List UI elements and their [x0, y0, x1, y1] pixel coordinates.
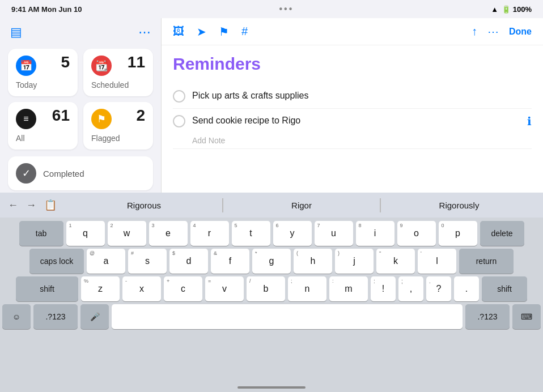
key-q[interactable]: 1 q [66, 221, 105, 246]
paste-button[interactable]: 📋 [42, 197, 59, 214]
add-note-text[interactable]: Add Note [173, 134, 532, 148]
key-row-bottom: ☺ .?123 🎤 .?123 ⌨ [2, 304, 541, 329]
key-i[interactable]: 8 i [356, 221, 394, 246]
completed-icon: ✓ [16, 163, 36, 184]
delete-key[interactable]: delete [480, 221, 524, 246]
key-row-2: caps lock @ a # s $ d & f * g [2, 249, 541, 274]
caps-lock-key[interactable]: caps lock [29, 249, 84, 274]
reminder-checkbox-1[interactable] [173, 90, 185, 103]
key-l[interactable]: ' l [418, 249, 456, 274]
suggestion-2[interactable]: Rigor [223, 198, 380, 212]
smart-list-completed[interactable]: ✓ Completed [8, 156, 153, 190]
status-time: 9:41 AM Mon Jun 10 [11, 5, 82, 14]
home-indicator [237, 386, 306, 389]
key-period[interactable]: . [454, 276, 479, 301]
reminder-image-icon[interactable]: 🖼 [173, 25, 184, 38]
shift-right-key[interactable]: shift [482, 276, 527, 301]
key-d[interactable]: $ d [169, 249, 208, 274]
keyboard-hide-key[interactable]: ⌨ [512, 304, 541, 329]
smart-list-scheduled[interactable]: 📆 11 Scheduled [83, 49, 153, 96]
key-b[interactable]: / b [247, 276, 285, 301]
sidebar-toggle-icon[interactable]: ▤ [10, 25, 22, 40]
redo-button[interactable]: → [24, 197, 39, 214]
flagged-label: Flagged [91, 134, 145, 143]
key-e[interactable]: 3 e [149, 221, 188, 246]
today-count: 5 [61, 54, 70, 70]
status-right: ▲ 🔋 100% [491, 5, 532, 14]
reminder-location-icon[interactable]: ➤ [197, 25, 206, 39]
reminder-tag-icon[interactable]: # [241, 25, 248, 38]
suggestion-3[interactable]: Rigorously [380, 198, 537, 212]
key-exclaim[interactable]: : ! [371, 276, 396, 301]
key-o[interactable]: 9 o [397, 221, 436, 246]
tab-key[interactable]: tab [19, 221, 63, 246]
key-n[interactable]: ; n [288, 276, 326, 301]
key-question[interactable]: . ? [426, 276, 451, 301]
key-w[interactable]: 2 w [108, 221, 146, 246]
wifi-icon: ▲ [491, 5, 498, 14]
key-c[interactable]: + c [164, 276, 202, 301]
key-a[interactable]: @ a [87, 249, 125, 274]
reminder-text-2[interactable]: Send cookie recipe to Rigo [192, 114, 520, 127]
key-s[interactable]: # s [128, 249, 167, 274]
sidebar-more-icon[interactable]: ⋯ [138, 25, 151, 40]
key-y[interactable]: 6 y [273, 221, 312, 246]
battery-icon: 🔋 100% [502, 5, 532, 14]
key-k[interactable]: " k [376, 249, 415, 274]
key-r[interactable]: 4 r [190, 221, 229, 246]
more-icon[interactable]: ⋯ [487, 25, 499, 39]
reminders-main: 🖼 ➤ ⚑ # ↑ ⋯ Done Reminders Pick up arts … [162, 18, 543, 211]
reminder-item-1[interactable]: Pick up arts & crafts supplies [173, 84, 532, 109]
key-comma[interactable]: ; , [398, 276, 423, 301]
key-m[interactable]: : m [329, 276, 368, 301]
smart-list-today[interactable]: 📅 5 Today [8, 49, 78, 96]
space-key[interactable] [112, 304, 463, 329]
done-button[interactable]: Done [509, 27, 532, 37]
key-v[interactable]: = v [205, 276, 244, 301]
undo-button[interactable]: ← [6, 197, 20, 214]
keyboard-area: ← → 📋 Rigorous Rigor Rigorously tab 1 q … [0, 193, 543, 392]
number-key-left[interactable]: .?123 [33, 304, 78, 329]
emoji-key[interactable]: ☺ [2, 304, 31, 329]
reminder-text-1: Pick up arts & crafts supplies [192, 90, 532, 102]
key-g[interactable]: * g [252, 249, 291, 274]
number-key-right[interactable]: .?123 [465, 304, 510, 329]
sidebar-header: ▤ ⋯ [8, 24, 153, 41]
autocorrect-suggestions: Rigorous Rigor Rigorously [66, 198, 537, 212]
reminder-flag-icon[interactable]: ⚑ [219, 25, 229, 39]
autocorrect-nav: ← → 📋 [6, 197, 59, 214]
reminder-item-2-editing: Send cookie recipe to Rigo ℹ Add Note [173, 109, 532, 149]
suggestion-1[interactable]: Rigorous [66, 198, 223, 212]
key-t[interactable]: 5 t [232, 221, 270, 246]
all-icon: ≡ [16, 109, 36, 129]
scheduled-icon: 📆 [91, 56, 112, 76]
reminder-checkbox-2[interactable] [173, 115, 185, 127]
smart-list-flagged[interactable]: ⚑ 2 Flagged [83, 102, 153, 150]
key-x[interactable]: - x [122, 276, 161, 301]
shift-left-key[interactable]: shift [16, 276, 78, 301]
flagged-icon: ⚑ [91, 109, 112, 129]
key-u[interactable]: 7 u [315, 221, 353, 246]
key-p[interactable]: 0 p [439, 221, 477, 246]
smart-list-all[interactable]: ≡ 61 All [8, 102, 78, 150]
info-icon[interactable]: ℹ [527, 114, 532, 128]
key-f[interactable]: & f [211, 249, 249, 274]
reminders-title: Reminders [173, 54, 532, 74]
status-bar: 9:41 AM Mon Jun 10 ••• ▲ 🔋 100% [0, 0, 543, 18]
today-icon: 📅 [16, 56, 36, 76]
all-count: 61 [52, 108, 70, 123]
reminder-item-2[interactable]: Send cookie recipe to Rigo ℹ [173, 109, 532, 134]
mic-key[interactable]: 🎤 [80, 304, 109, 329]
key-row-1: tab 1 q 2 w 3 e 4 r 5 t 6 [2, 221, 541, 246]
smart-lists-grid: 📅 5 Today 📆 11 Scheduled ≡ 61 All [8, 49, 153, 150]
key-j[interactable]: ) j [335, 249, 374, 274]
return-key[interactable]: return [459, 249, 514, 274]
sidebar: ▤ ⋯ 📅 5 Today 📆 11 Scheduled [0, 18, 162, 211]
completed-label: Completed [43, 169, 84, 178]
key-z[interactable]: % z [81, 276, 120, 301]
today-label: Today [16, 80, 70, 90]
key-h[interactable]: ( h [294, 249, 332, 274]
toolbar-icons-left: 🖼 ➤ ⚑ # [173, 25, 248, 39]
share-icon[interactable]: ↑ [472, 25, 477, 38]
keyboard-rows: tab 1 q 2 w 3 e 4 r 5 t 6 [0, 218, 543, 331]
